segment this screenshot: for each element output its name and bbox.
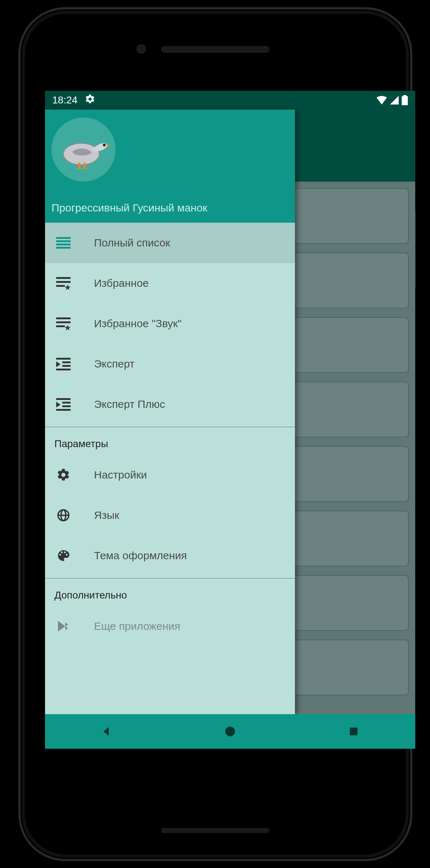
section-title-extra: Дополнительно — [45, 579, 295, 606]
nav-item-expert-plus[interactable]: Эксперт Плюс — [45, 384, 295, 424]
svg-rect-1 — [403, 95, 406, 97]
favorites-icon: ★ — [56, 276, 71, 291]
status-time: 18:24 — [52, 94, 77, 106]
globe-icon — [56, 508, 71, 523]
nav-item-label: Эксперт — [94, 358, 135, 370]
svg-rect-0 — [402, 96, 408, 105]
play-store-icon — [56, 619, 71, 634]
battery-icon — [402, 95, 408, 105]
nav-item-label: Эксперт Плюс — [94, 398, 165, 410]
cell-signal-icon — [390, 96, 399, 104]
nav-item-label: Избранное "Звук" — [94, 317, 182, 330]
nav-item-theme[interactable]: Тема оформления — [45, 535, 295, 576]
list-icon — [56, 235, 71, 250]
nav-home-button[interactable] — [212, 721, 248, 742]
wifi-icon — [376, 96, 387, 104]
svg-point-10 — [225, 727, 235, 736]
nav-item-more-apps[interactable]: Еще приложения — [45, 606, 295, 646]
nav-item-language[interactable]: Язык — [45, 495, 295, 535]
nav-item-label: Язык — [94, 509, 119, 521]
nav-drawer: Прогрессивный Гусиный манок Полный списо… — [45, 110, 295, 714]
nav-back-button[interactable] — [89, 721, 125, 742]
expert-plus-icon — [56, 397, 71, 412]
phone-speaker-top — [161, 46, 269, 53]
favorites-sound-icon: ★ — [56, 316, 71, 331]
drawer-title: Прогрессивный Гусиный манок — [51, 202, 288, 214]
phone-camera — [136, 44, 146, 54]
drawer-body: Полный список ★ Избранное ★ Избранное "З… — [45, 223, 295, 714]
svg-rect-11 — [350, 727, 357, 735]
status-bar: 18:24 — [45, 91, 415, 110]
phone-speaker-bottom — [161, 828, 269, 833]
nav-recent-button[interactable] — [336, 721, 372, 742]
system-nav-bar — [45, 714, 415, 749]
nav-item-full-list[interactable]: Полный список — [45, 223, 295, 263]
drawer-header: Прогрессивный Гусиный манок — [45, 110, 295, 223]
nav-item-label: Избранное — [94, 277, 149, 289]
expert-icon — [56, 356, 71, 371]
gear-icon — [56, 467, 71, 482]
phone-frame: 18:24 — [18, 7, 412, 861]
palette-icon — [56, 548, 71, 563]
nav-item-label: Настройки — [94, 469, 147, 481]
svg-point-4 — [103, 144, 106, 147]
app-avatar — [51, 117, 116, 182]
section-title-parameters: Параметры — [45, 427, 295, 455]
gear-icon — [85, 94, 95, 107]
nav-item-favorites[interactable]: ★ Избранное — [45, 263, 295, 303]
screen: 18:24 — [45, 91, 415, 749]
nav-item-settings[interactable]: Настройки — [45, 455, 295, 495]
nav-item-label: Полный список — [94, 237, 170, 249]
phone-inner: 18:24 — [25, 14, 406, 855]
nav-item-label: Тема оформления — [94, 549, 187, 562]
nav-item-favorites-sound[interactable]: ★ Избранное "Звук" — [45, 303, 295, 344]
nav-item-expert[interactable]: Эксперт — [45, 344, 295, 384]
nav-item-label: Еще приложения — [94, 620, 180, 632]
